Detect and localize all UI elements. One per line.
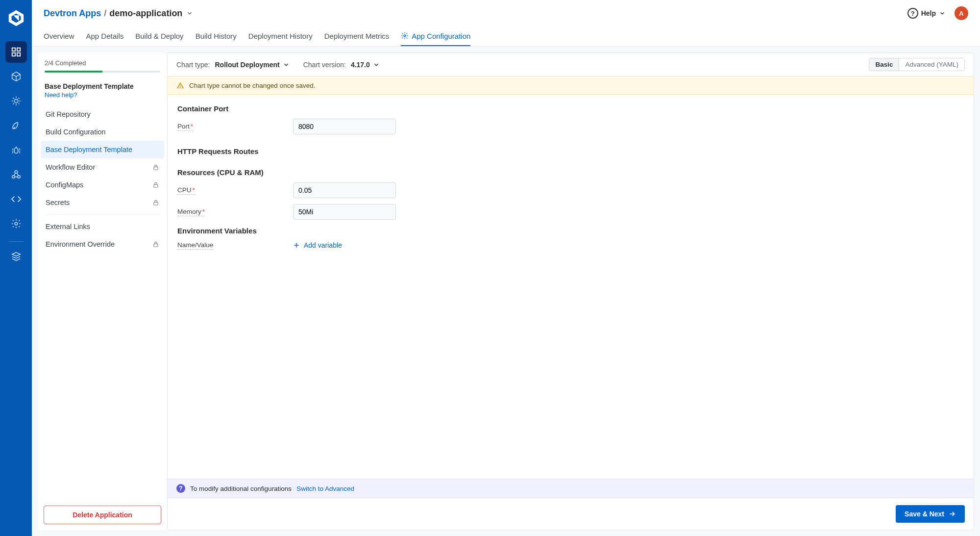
svg-rect-8 xyxy=(14,148,18,153)
memory-label: Memory* xyxy=(177,208,205,216)
rail-divider xyxy=(9,241,24,242)
breadcrumb-leaf: demo-application xyxy=(109,8,182,19)
switch-to-advanced-link[interactable]: Switch to Advanced xyxy=(296,485,354,492)
chart-version-select[interactable]: 4.17.0 xyxy=(351,61,380,69)
chevron-down-icon xyxy=(373,61,380,68)
warning-banner: Chart type cannot be changed once saved. xyxy=(168,77,974,95)
lock-icon xyxy=(152,241,159,248)
rail-cube-icon[interactable] xyxy=(5,66,27,87)
sidebar-item-base-template[interactable]: Base Deployment Template xyxy=(41,141,164,158)
tab-deployment-history[interactable]: Deployment History xyxy=(248,26,313,46)
svg-point-12 xyxy=(15,222,18,225)
rail-code-icon[interactable] xyxy=(5,188,27,210)
cpu-input[interactable] xyxy=(293,182,396,198)
breadcrumb-chevron-icon[interactable] xyxy=(186,10,193,17)
progress-bar xyxy=(45,71,160,73)
breadcrumb-root[interactable]: Devtron Apps xyxy=(44,8,101,19)
devtron-logo xyxy=(7,9,25,27)
chart-type-label: Chart type: xyxy=(176,61,210,69)
chevron-down-icon xyxy=(939,10,946,17)
svg-rect-14 xyxy=(154,167,158,170)
tab-build-history[interactable]: Build History xyxy=(196,26,237,46)
chevron-down-icon xyxy=(283,61,290,68)
arrow-right-icon xyxy=(948,510,956,518)
save-next-button[interactable]: Save & Next xyxy=(896,505,965,523)
help-icon: ? xyxy=(907,8,918,19)
svg-rect-17 xyxy=(154,244,158,247)
tabs: Overview App Details Build & Deploy Buil… xyxy=(44,26,968,46)
memory-input[interactable] xyxy=(293,204,396,220)
header: Devtron Apps / demo-application ? Help A xyxy=(32,0,980,47)
help-menu[interactable]: ? Help xyxy=(907,8,946,19)
sidebar-item-configmaps[interactable]: ConfigMaps xyxy=(41,176,164,194)
svg-point-13 xyxy=(404,35,406,37)
mode-advanced[interactable]: Advanced (YAML) xyxy=(899,58,964,71)
lock-icon xyxy=(152,181,159,188)
sidebar-item-git[interactable]: Git Repository xyxy=(41,105,164,123)
svg-rect-3 xyxy=(12,48,15,51)
chart-version-label: Chart version: xyxy=(303,61,346,69)
info-banner: ? To modify additional configurations Sw… xyxy=(168,479,974,498)
info-icon: ? xyxy=(176,484,185,493)
cpu-label: CPU* xyxy=(177,186,195,195)
progress-fill xyxy=(45,71,102,73)
sidebar-item-workflow[interactable]: Workflow Editor xyxy=(41,158,164,176)
warning-text: Chart type cannot be changed once saved. xyxy=(189,82,315,89)
rail-cluster-icon[interactable] xyxy=(5,164,27,185)
section-http: HTTP Requests Routes xyxy=(177,147,259,155)
rail-bug-icon[interactable] xyxy=(5,139,27,161)
progress-text: 2/4 Completed xyxy=(45,59,160,67)
section-resources: Resources (CPU & RAM) xyxy=(177,168,964,177)
svg-rect-15 xyxy=(154,184,158,187)
help-link[interactable]: Need help? xyxy=(38,91,167,103)
lock-icon xyxy=(152,164,159,171)
rail-helm-icon[interactable] xyxy=(5,90,27,112)
sidebar-section-title: Base Deployment Template xyxy=(38,77,167,91)
footer: Save & Next xyxy=(168,498,974,530)
lock-icon xyxy=(152,199,159,206)
sidebar-item-external-links[interactable]: External Links xyxy=(41,218,164,235)
sidebar-item-secrets[interactable]: Secrets xyxy=(41,194,164,211)
port-input[interactable] xyxy=(293,119,396,134)
gear-icon xyxy=(401,32,409,40)
chart-type-select[interactable]: Rollout Deployment xyxy=(215,61,289,69)
info-text: To modify additional configurations xyxy=(190,485,292,492)
content-panel: Chart type: Rollout Deployment Chart ver… xyxy=(168,52,974,530)
section-container-port: Container Port xyxy=(177,104,964,113)
breadcrumb-sep: / xyxy=(104,8,106,19)
warning-icon xyxy=(176,81,184,89)
config-sidebar: 2/4 Completed Base Deployment Template N… xyxy=(38,52,168,530)
help-label: Help xyxy=(921,9,936,17)
left-rail xyxy=(0,0,32,536)
svg-rect-6 xyxy=(17,53,20,56)
rail-gear-icon[interactable] xyxy=(5,213,27,234)
sidebar-item-env-override[interactable]: Environment Override xyxy=(41,235,164,253)
rail-apps[interactable] xyxy=(5,41,27,63)
rail-rocket-icon[interactable] xyxy=(5,115,27,136)
svg-point-7 xyxy=(14,99,18,102)
form-area: Container Port Port* HTTP Requests Route… xyxy=(168,95,974,479)
svg-rect-16 xyxy=(154,202,158,205)
plus-icon xyxy=(293,242,300,249)
section-env: Environment Variables xyxy=(177,227,964,235)
delete-application-button[interactable]: Delete Application xyxy=(44,506,161,524)
rail-stack-icon[interactable] xyxy=(5,246,27,267)
tab-deployment-metrics[interactable]: Deployment Metrics xyxy=(324,26,390,46)
svg-rect-5 xyxy=(12,53,15,56)
svg-rect-4 xyxy=(17,48,20,51)
tab-build-deploy[interactable]: Build & Deploy xyxy=(135,26,183,46)
tab-app-configuration[interactable]: App Configuration xyxy=(401,26,470,46)
tab-overview[interactable]: Overview xyxy=(44,26,74,46)
sidebar-item-build-config[interactable]: Build Configuration xyxy=(41,123,164,141)
avatar[interactable]: A xyxy=(955,6,968,20)
name-value-label: Name/Value xyxy=(177,241,213,250)
tab-app-details[interactable]: App Details xyxy=(86,26,124,46)
mode-basic[interactable]: Basic xyxy=(869,58,899,71)
add-variable-button[interactable]: Add variable xyxy=(293,241,342,249)
toolbar: Chart type: Rollout Deployment Chart ver… xyxy=(168,53,974,77)
breadcrumb: Devtron Apps / demo-application xyxy=(44,8,193,19)
port-label: Port* xyxy=(177,123,193,131)
mode-toggle: Basic Advanced (YAML) xyxy=(869,58,965,71)
